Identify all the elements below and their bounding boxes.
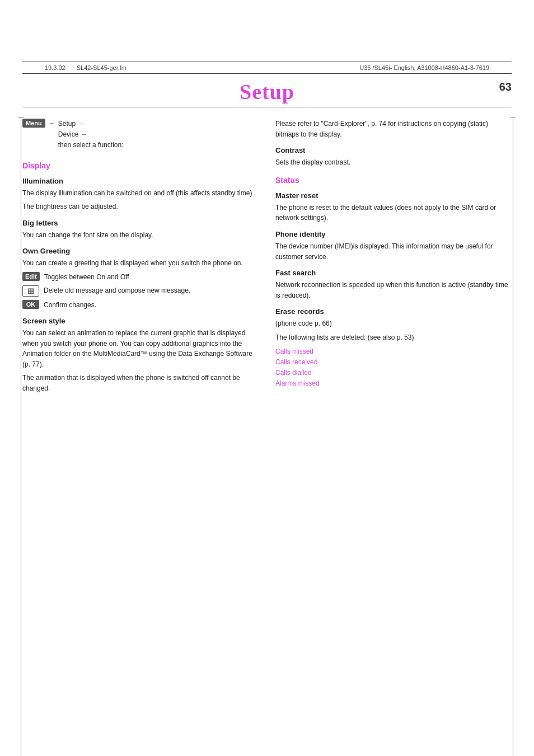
erase-records-text2: The following lists are deleted: (see al…: [275, 332, 512, 343]
page-number: 63: [499, 81, 512, 93]
status-heading: Status: [275, 176, 512, 185]
content-area: Menu → Setup → Device → then select a fu…: [0, 119, 534, 397]
screen-style-text2: The animation that is displayed when the…: [22, 373, 259, 393]
nav-line2: Device →: [58, 130, 87, 138]
tick-tl: [18, 118, 24, 118]
list-item-0: Calls missed: [275, 346, 512, 357]
contrast-heading: Contrast: [275, 146, 512, 154]
right-margin-line: [513, 118, 513, 756]
right-column: Please refer to "Card-Explorer", p. 74 f…: [275, 119, 512, 397]
tick-tr: [510, 118, 516, 118]
own-greeting-text: You can create a greeting that is displa…: [22, 258, 259, 269]
nav-line3: then select a function:: [58, 141, 124, 149]
ok-badge: OK: [22, 300, 39, 309]
list-item-3: Alarms missed: [275, 378, 512, 389]
edit-row: Edit Toggles between On and Off.: [22, 272, 259, 282]
edit-badge: Edit: [22, 272, 40, 281]
header-date: 19.3.02: [45, 64, 65, 71]
compose-row: ⊞ Delete old message and compose new mes…: [22, 285, 259, 297]
list-item-2: Calls dialled: [275, 368, 512, 378]
menu-badge: Menu: [22, 119, 45, 128]
screen-style-heading: Screen style: [22, 317, 259, 325]
contrast-text: Sets the display contrast.: [275, 157, 512, 168]
title-divider: [22, 107, 512, 107]
compose-icon: ⊞: [22, 285, 39, 297]
nav-breadcrumb: Menu → Setup → Device → then select a fu…: [22, 119, 259, 151]
header-meta-left: 19.3.02 SL42-SL45-ger.fm: [45, 64, 127, 71]
left-margin-line: [21, 118, 21, 756]
erase-records-list: Calls missed Calls received Calls dialle…: [275, 346, 512, 389]
master-reset-heading: Master reset: [275, 191, 512, 200]
nav-line1: Setup →: [58, 120, 85, 128]
illumination-heading: Illumination: [22, 177, 259, 185]
erase-records-text1: (phone code p. 66): [275, 318, 512, 329]
master-reset-text: The phone is reset to the default values…: [275, 203, 512, 223]
display-heading: Display: [22, 161, 259, 170]
page-title: Setup: [240, 79, 294, 104]
page: 19.3.02 SL42-SL45-ger.fm U35 /SL45i- Eng…: [0, 62, 534, 756]
list-item-1: Calls received: [275, 357, 512, 368]
ok-desc: Confirm changes.: [44, 300, 96, 310]
fast-search-heading: Fast search: [275, 269, 512, 277]
nav-arrow1: →: [49, 120, 55, 126]
screen-style-text1: You can select an animation to replace t…: [22, 328, 259, 369]
phone-identity-heading: Phone identity: [275, 230, 512, 238]
left-column: Menu → Setup → Device → then select a fu…: [22, 119, 259, 397]
right-intro: Please refer to "Card-Explorer", p. 74 f…: [275, 119, 512, 139]
page-title-area: Setup 63: [0, 74, 534, 107]
compose-desc: Delete old message and compose new messa…: [44, 285, 190, 295]
header-filename: SL42-SL45-ger.fm: [77, 64, 127, 71]
illumination-text1: The display illumination can be switched…: [22, 188, 259, 199]
ok-row: OK Confirm changes.: [22, 300, 259, 310]
big-letters-heading: Big letters: [22, 219, 259, 227]
header-bar: 19.3.02 SL42-SL45-ger.fm U35 /SL45i- Eng…: [22, 62, 512, 74]
big-letters-text: You can change the font size on the disp…: [22, 230, 259, 241]
own-greeting-heading: Own Greeting: [22, 247, 259, 255]
fast-search-text: Network reconnection is speeded up when …: [275, 280, 512, 300]
erase-records-heading: Erase records: [275, 307, 512, 316]
phone-identity-text: The device number (IMEI)is displayed. Th…: [275, 241, 512, 262]
header-product: U35 /SL45i- English, A31008-H4860-A1-3-7…: [359, 64, 489, 71]
edit-desc: Toggles between On and Off.: [44, 272, 131, 282]
nav-text: Setup → Device → then select a function:: [58, 119, 124, 151]
illumination-text2: The brightness can be adjusted.: [22, 201, 259, 212]
